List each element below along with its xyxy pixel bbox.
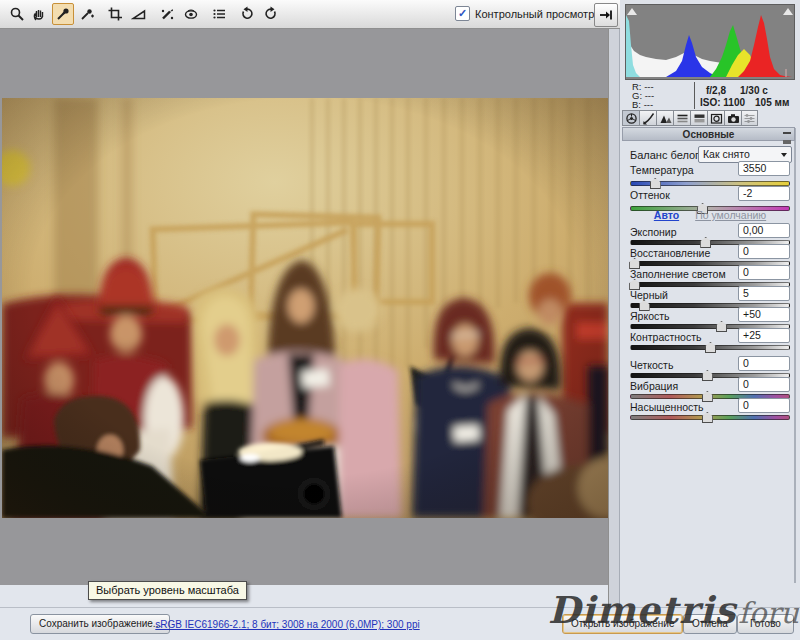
preview-checkbox[interactable]: ✓ <box>455 6 470 21</box>
slider-label: Четкость <box>630 359 673 371</box>
slider-label: Температура <box>630 164 694 176</box>
rotate-right-icon[interactable] <box>260 3 282 25</box>
zoom-level-tooltip: Выбрать уровень масштаба <box>88 581 247 600</box>
histogram <box>625 4 795 80</box>
slider-value-field[interactable]: 0,00 <box>738 223 790 238</box>
slider-label: Восстановление <box>630 247 710 259</box>
default-link[interactable]: По умолчанию <box>695 209 766 221</box>
slider-label: Контрастность <box>630 331 701 343</box>
white-balance-value: Как снято <box>703 148 750 160</box>
aperture-value: f/2,8 <box>706 85 726 96</box>
slider-row-clarity: Четкость 0 <box>630 357 790 373</box>
panel-title: Основные <box>683 129 735 140</box>
exif-readout: R: --- G: --- B: --- f/2,8 1/30 c ISO: 1… <box>622 82 798 108</box>
zoom-tool-icon[interactable] <box>6 3 28 25</box>
slider-value-field[interactable]: 0 <box>738 356 790 371</box>
panel-header: Основные <box>622 127 795 141</box>
slider-label: Вибрация <box>630 380 678 392</box>
slider-value-field[interactable]: 5 <box>738 286 790 301</box>
slider-label: Черный <box>630 289 668 301</box>
panel-divider <box>608 0 620 607</box>
slider-row-exposure: Экспонир 0,00 <box>630 224 790 240</box>
color-sampler-tool-icon[interactable] <box>76 3 98 25</box>
slider-row-saturation: Насыщенность 0 <box>630 399 790 415</box>
slider-value-field[interactable]: 0 <box>738 377 790 392</box>
b-value: --- <box>644 99 654 110</box>
slider-track-saturation[interactable] <box>630 415 790 420</box>
cancel-button[interactable]: Отмена <box>683 614 737 634</box>
straighten-tool-icon[interactable] <box>128 3 150 25</box>
tab-lens-corrections[interactable] <box>707 110 724 126</box>
iso-value: ISO: 1100 <box>700 97 745 108</box>
tab-camera-calibration[interactable] <box>724 110 741 126</box>
shutter-value: 1/30 c <box>740 85 768 96</box>
tab-tone-curve[interactable] <box>639 110 656 126</box>
tab-hsl-grayscale[interactable] <box>673 110 690 126</box>
crop-tool-icon[interactable] <box>104 3 126 25</box>
slider-label: Насыщенность <box>630 401 704 413</box>
done-button[interactable]: Готово <box>737 614 794 634</box>
slider-row-recovery: Восстановление 0 <box>630 245 790 261</box>
focal-length-value: 105 мм <box>755 97 789 108</box>
slider-value-field[interactable]: -2 <box>738 186 790 201</box>
tab-presets[interactable] <box>741 110 758 126</box>
slider-row-blacks: Черный 5 <box>630 287 790 303</box>
slider-row-tint: Оттенок -2 <box>630 187 790 203</box>
b-label: B: <box>632 99 641 110</box>
chevron-down-icon <box>781 153 787 157</box>
preferences-icon[interactable] <box>208 3 230 25</box>
panel-menu-icon[interactable] <box>783 132 791 144</box>
auto-link[interactable]: Авто <box>654 209 679 221</box>
slider-value-field[interactable]: 0 <box>738 244 790 259</box>
tab-basic[interactable] <box>622 110 639 126</box>
preview-canvas: – + 20,1 % Nikon D40 - DSC_6372.NEF <box>0 28 608 585</box>
highlight-clipping-icon[interactable] <box>782 6 794 17</box>
slider-label: Яркость <box>630 310 670 322</box>
slider-value-field[interactable]: +50 <box>738 307 790 322</box>
slider-row-brightness: Яркость +50 <box>630 308 790 324</box>
tab-detail[interactable] <box>656 110 673 126</box>
slider-value-field[interactable]: 3550 <box>738 161 790 176</box>
shadow-clipping-icon[interactable] <box>626 6 638 17</box>
slider-value-field[interactable]: 0 <box>738 265 790 280</box>
white-balance-tool-icon[interactable] <box>52 3 74 25</box>
slider-label: Оттенок <box>630 189 670 201</box>
slider-label: Заполнение светом <box>630 268 726 280</box>
rotate-left-icon[interactable] <box>236 3 258 25</box>
camera-raw-window: – + 20,1 % Nikon D40 - DSC_6372.NEF <box>0 0 800 640</box>
panel-scrollbar[interactable] <box>794 128 796 583</box>
fullscreen-toggle-button[interactable] <box>594 3 618 27</box>
tools-toolbar: ✓ Контрольный просмотр <box>0 0 620 29</box>
preview-checkbox-label: Контрольный просмотр <box>475 8 594 20</box>
slider-value-field[interactable]: +25 <box>738 328 790 343</box>
hand-tool-icon[interactable] <box>28 3 50 25</box>
slider-row-temperature: Температура 3550 <box>630 162 790 178</box>
white-balance-label: Баланс белого: <box>630 149 708 161</box>
red-eye-tool-icon[interactable] <box>180 3 202 25</box>
slider-row-vibrance: Вибрация 0 <box>630 378 790 394</box>
open-image-button[interactable]: Открыть изображение <box>562 614 683 634</box>
tab-split-toning[interactable] <box>690 110 707 126</box>
spot-removal-tool-icon[interactable] <box>156 3 178 25</box>
slider-label: Экспонир <box>630 226 677 238</box>
slider-track-contrast[interactable] <box>630 345 790 350</box>
bottom-bar: Сохранить изображение... sRGB IEC61966-2… <box>0 607 800 640</box>
exif-divider <box>694 82 695 109</box>
photo-preview[interactable] <box>2 98 608 518</box>
slider-value-field[interactable]: 0 <box>738 398 790 413</box>
workflow-options-link[interactable]: sRGB IEC61966-2.1; 8 бит; 3008 на 2000 (… <box>0 619 575 630</box>
slider-row-fill-light: Заполнение светом 0 <box>630 266 790 282</box>
panel-tabs <box>622 110 758 126</box>
